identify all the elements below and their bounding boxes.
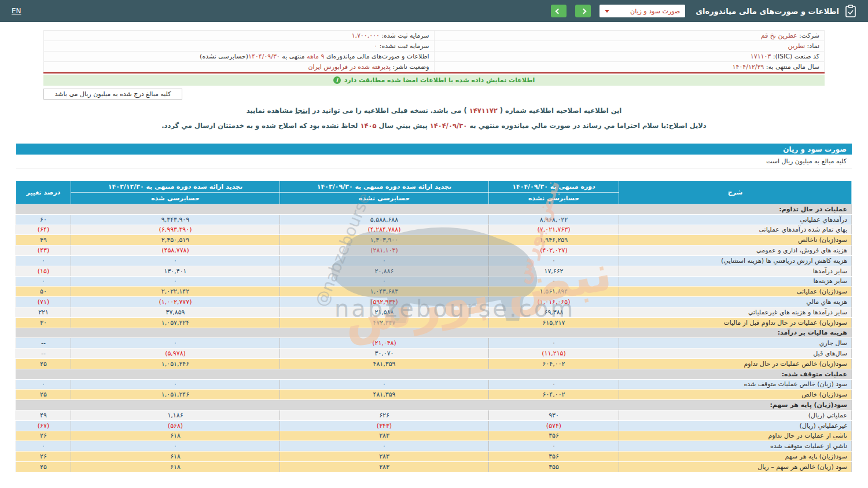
reason-p1: دلایل اصلاح:با سلام احتراما مي رساند در … — [469, 122, 706, 130]
statement-unit-line: کلیه مبالغ به میلیون ریال است — [16, 155, 852, 168]
cell-value: (۵,۹۷۸) — [71, 348, 280, 359]
table-row: سود (زیان) خالص هر سهم – ریال۳۵۵۲۸۳۶۱۸۲۵ — [16, 461, 852, 472]
col-restated-prior-period: تجدید ارائه شده دوره منتهی به ۱۴۰۳/۰۹/۳۰ — [280, 181, 489, 193]
unregistered-capital-value: ۰ — [374, 42, 377, 50]
cell-value: (۴۳) — [16, 245, 71, 256]
row-label: سود(زیان) عملیاتي — [619, 287, 852, 297]
amounts-unit-box: کلیه مبالغ درج شده به میلیون ریال می باش… — [43, 89, 182, 100]
page-body: شرکت: عطرین نخ قم سرمایه ثبت شده: ۱,۷۰۰,… — [0, 30, 868, 472]
row-label: سایر هزینه‌ها — [619, 276, 852, 287]
chevron-down-icon — [605, 10, 609, 13]
reason-p2: پیش بیني سال — [379, 122, 428, 130]
row-label: سود(زیان) ناخالص — [619, 235, 852, 245]
cell-value: ۴۹ — [16, 410, 71, 420]
isic-value: ۱۷۱۱۰۳ — [751, 53, 771, 60]
section-label: عملیات در حال تداوم: — [16, 204, 852, 215]
cell-value: ۰ — [280, 379, 489, 390]
symbol-label: نماد: — [807, 42, 819, 50]
cell-value: ۶۱۸ — [71, 452, 280, 462]
period-date: ۱۴۰۴/۰۹/۳۰ — [248, 53, 280, 60]
table-row: غیرعملیاتي (ریال)(۵۷۴)(۳۴۳)(۵۶۸)(۶۷) — [16, 420, 852, 431]
table-row: هزینه کاهش ارزش دریافتني ها (هزینه استثن… — [16, 255, 852, 266]
previous-version-link[interactable]: اینجا — [295, 107, 310, 115]
cell-value: ۱,۰۵۷,۲۲۴ — [71, 317, 280, 328]
unregistered-capital-label: سرمایه ثبت نشده: — [380, 42, 429, 50]
cell-value: ۲۵ — [16, 461, 71, 472]
cell-value: ۲۸۳ — [280, 452, 489, 462]
col-restated-prior-year: تجدید ارائه شده دوره منتهی به ۱۴۰۳/۱۲/۳۰ — [71, 181, 280, 193]
chevron-right-icon — [581, 8, 587, 14]
col-description: شرح — [619, 181, 852, 204]
cell-value: (۷,۰۲۱,۷۶۳) — [489, 225, 619, 235]
cell-value: ۱,۰۴۳,۶۸۳ — [280, 287, 489, 297]
statement-type-dropdown[interactable]: صورت سود و زیان — [599, 5, 685, 17]
info-row: شرکت: عطرین نخ قم سرمایه ثبت شده: ۱,۷۰۰,… — [44, 31, 825, 41]
row-label: هزینه هاي مالي — [619, 297, 852, 307]
cell-value: (۶۷) — [16, 420, 71, 431]
signature-match-text: اطلاعات نمایش داده شده با اطلاعات امضا ش… — [344, 76, 535, 84]
cell-value: ۴۷۲,۳۳۷ — [280, 317, 489, 328]
section-row: عملیات در حال تداوم: — [16, 204, 852, 215]
cell-value: ۰ — [71, 441, 280, 452]
cell-value: ۰ — [16, 441, 71, 452]
next-statement-button[interactable] — [575, 5, 591, 17]
cell-value: ۳۵۵ — [489, 461, 619, 472]
cell-value: ۲۰,۸۸۶ — [280, 266, 489, 276]
cell-value: ۱,۵۶۱,۸۹۴ — [489, 287, 619, 297]
table-row: سایر هزینه‌ها۰۰۰۰ — [16, 276, 852, 287]
cell-value: ۰ — [489, 338, 619, 348]
cell-value: ۰ — [489, 255, 619, 266]
cell-value: ۶۱۸ — [71, 431, 280, 441]
signature-match-bar: اطلاعات نمایش داده شده با اطلاعات امضا ش… — [43, 75, 825, 86]
cell-value: (۱,۰۱۶,۰۶۵) — [489, 297, 619, 307]
row-label: سود(زیان) خالص — [619, 390, 852, 400]
row-label: ناشي از عملیات در حال تداوم — [619, 431, 852, 441]
fiscal-year-label: سال مالی منتهی به: — [766, 63, 819, 71]
table-row: سود(زیان) خالص عملیات در حال تداوم۶۰۴,۰۰… — [16, 358, 852, 369]
chevron-left-icon — [556, 8, 561, 14]
cell-value: (۴۰۲,۰۲۷) — [489, 245, 619, 256]
table-row: سال جاري۰(۲۱,۰۴۸)۰-- — [16, 338, 852, 348]
cell-value: ۰ — [71, 379, 280, 390]
cell-value: ۰ — [489, 276, 619, 287]
cell-value: ۵,۵۸۸,۶۸۸ — [280, 214, 489, 225]
cell-value: ۶۰۴,۰۰۲ — [489, 358, 619, 369]
cell-value: ۴۸۱,۳۵۹ — [280, 390, 489, 400]
cell-value: ۰ — [71, 255, 280, 266]
dropdown-selected-value: صورت سود و زیان — [630, 8, 680, 15]
table-row: سود(زیان) عملیاتي۱,۵۶۱,۸۹۴۱,۰۴۳,۶۸۳۲,۰۲۲… — [16, 287, 852, 297]
section-label: هزینه مالیات بر درآمد: — [16, 328, 852, 338]
notice-post: مشاهده نمایید — [247, 107, 293, 115]
col-current-period-audit: حسابرسی نشده — [489, 193, 619, 204]
cell-value: ۲۶ — [16, 431, 71, 441]
cell-value: ۳۰ — [16, 317, 71, 328]
row-label: سایر درآمدها — [619, 266, 852, 276]
statement-header: شرح دوره منتهی به ۱۴۰۴/۰۹/۳۰ تجدید ارائه… — [16, 181, 852, 204]
cell-value: (۴۵۸,۷۷۸) — [71, 245, 280, 256]
cell-value: -- — [16, 338, 71, 348]
cell-value: ۲۶ — [16, 452, 71, 462]
cell-value: ۲۸۳ — [280, 431, 489, 441]
prev-statement-button[interactable] — [551, 5, 567, 17]
cell-value: ۳۵۶ — [489, 431, 619, 441]
cell-value: ۰ — [280, 276, 489, 287]
header-controls: اطلاعات و صورت‌های مالی میاندوره‌ای صورت… — [551, 5, 856, 17]
table-row: سود(زیان) عملیات در حال تداوم قبل از مال… — [16, 317, 852, 328]
language-toggle-en[interactable]: EN — [12, 7, 21, 15]
info-row: کد صنعت (ISIC): ۱۷۱۱۰۳ اطلاعات و صورت‌ها… — [44, 52, 825, 62]
table-row: ناشي از عملیات متوقف شده۰۰۰۰ — [16, 441, 852, 452]
cell-value: ۶۱۸ — [71, 461, 280, 472]
table-row: هزینه هاي فروش، اداري و عمومي(۴۰۲,۰۲۷)(۲… — [16, 245, 852, 256]
company-info-table: شرکت: عطرین نخ قم سرمایه ثبت شده: ۱,۷۰۰,… — [43, 30, 825, 74]
cell-value: ۲۸۳ — [280, 461, 489, 472]
cell-value: ۴۹ — [16, 235, 71, 245]
period-months: ۹ ماهه — [307, 53, 324, 60]
amendment-notice: این اطلاعیه اصلاحیه اطلاعیه شماره ( ۱۴۷۱… — [23, 107, 845, 115]
cell-value: (۵۹۲,۹۳۴) — [280, 297, 489, 307]
table-row: عملیاتي (ریال)۹۳۰۶۲۶۱,۱۸۶۴۹ — [16, 410, 852, 420]
cell-value: (۳۴۳) — [280, 420, 489, 431]
reason-date1: ۱۴۰۴/۰۹/۳۰ — [430, 122, 468, 130]
cell-value: (۱,۰۰۲,۷۷۷) — [71, 297, 280, 307]
row-label: سود (زیان) خالص هر سهم – ریال — [619, 461, 852, 472]
cell-value: ۶۹,۳۸۸ — [489, 307, 619, 317]
